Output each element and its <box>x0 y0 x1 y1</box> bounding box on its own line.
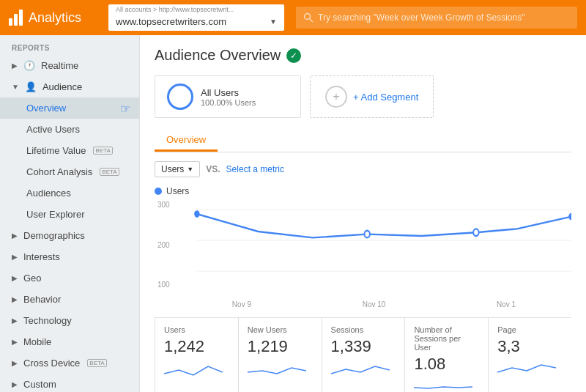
content-header: Audience Overview ✓ <box>155 47 571 64</box>
expand-icon: ▶ <box>12 274 18 282</box>
metric-users: Users 1,242 <box>155 317 239 392</box>
sidebar-item-overview[interactable]: Overview ☞ <box>0 97 139 119</box>
sessions-sparkline <box>331 359 390 381</box>
verified-icon: ✓ <box>286 48 301 63</box>
metric-pages-label: Page <box>497 325 563 334</box>
sidebar-item-label: Overview <box>26 103 66 114</box>
legend-label: Users <box>166 186 189 196</box>
sidebar-item-audiences[interactable]: Audiences <box>0 182 139 204</box>
content-area: Audience Overview ✓ All Users 100.00% Us… <box>140 35 586 392</box>
legend-dot <box>155 188 162 195</box>
chart-container: 300 200 100 <box>155 201 571 289</box>
beta-badge: BETA <box>93 147 112 155</box>
logo-bar-1 <box>9 18 12 26</box>
sidebar-item-label: Behavior <box>23 294 61 305</box>
metric-pages-value: 3,3 <box>497 337 563 356</box>
sidebar-item-label: Custom <box>23 379 56 390</box>
expand-icon: ▶ <box>12 232 18 240</box>
sidebar-item-label: Demographics <box>23 230 85 241</box>
metric-sessions: Sessions 1,339 <box>322 317 406 392</box>
tab-overview[interactable]: Overview <box>155 130 218 152</box>
page-title: Audience Overview <box>155 47 281 64</box>
sidebar-item-label: Cross Device <box>23 358 80 369</box>
expand-icon: ▶ <box>12 295 18 303</box>
beta-badge: BETA <box>87 359 106 367</box>
search-icon <box>303 12 314 23</box>
sidebar-item-audience[interactable]: ▼ 👤 Audience <box>0 76 139 97</box>
sidebar-item-active-users[interactable]: Active Users <box>0 119 139 140</box>
x-label-nov9: Nov 9 <box>232 300 251 308</box>
sidebar-item-mobile[interactable]: ▶ Mobile <box>0 331 139 352</box>
sidebar-item-demographics[interactable]: ▶ Demographics <box>0 225 139 246</box>
sidebar-item-lifetime-value[interactable]: Lifetime Value BETA <box>0 140 139 161</box>
svg-point-5 <box>194 210 199 218</box>
expand-icon: ▶ <box>12 338 18 346</box>
metric-sessions-per-user-label: Number of Sessions per User <box>414 325 479 352</box>
expand-icon: ▼ <box>12 83 19 91</box>
top-bar: Analytics All accounts > http://www.tops… <box>0 0 586 35</box>
svg-point-7 <box>473 229 478 236</box>
expand-icon: ▶ <box>12 62 18 70</box>
search-bar[interactable]: Try searching "Week over Week Growth of … <box>296 7 577 29</box>
expand-icon: ▶ <box>12 359 18 367</box>
sidebar-item-label: Audiences <box>26 188 71 199</box>
filter-row: Users ▼ VS. Select a metric <box>155 161 571 177</box>
sidebar-item-label: Technology <box>23 315 72 326</box>
sidebar-item-label: Geo <box>23 273 42 284</box>
sidebar-item-realtime[interactable]: ▶ 🕐 Realtime <box>0 55 139 76</box>
y-label-100: 100 <box>157 281 170 289</box>
metric-select[interactable]: Select a metric <box>226 164 284 174</box>
expand-icon: ▶ <box>12 380 18 388</box>
sidebar-item-custom[interactable]: ▶ Custom <box>0 374 139 392</box>
y-label-200: 200 <box>157 241 170 249</box>
sidebar-item-label: User Explorer <box>26 209 84 220</box>
sidebar-item-label: Realtime <box>41 60 78 71</box>
sidebar-item-user-explorer[interactable]: User Explorer <box>0 204 139 225</box>
svg-point-6 <box>364 231 369 238</box>
sidebar-item-cohort-analysis[interactable]: Cohort Analysis BETA <box>0 161 139 182</box>
vs-label: VS. <box>206 164 220 174</box>
x-axis-labels: Nov 9 Nov 10 Nov 1 <box>155 300 571 308</box>
sidebar-item-label: Cohort Analysis <box>26 166 92 177</box>
logo-bar-2 <box>14 14 18 26</box>
segment-percent: 100.00% Users <box>201 98 256 107</box>
svg-line-1 <box>310 19 314 23</box>
segment-name: All Users <box>201 87 256 98</box>
metric-new-users-value: 1,219 <box>248 337 313 356</box>
metric-new-users-label: New Users <box>248 325 313 334</box>
analytics-title: Analytics <box>29 10 81 26</box>
metric-users-value: 1,242 <box>164 337 229 356</box>
url-bar[interactable]: All accounts > http://www.topsecretwrit.… <box>108 4 284 31</box>
sidebar-item-label: Lifetime Value <box>26 145 86 156</box>
sidebar-item-interests[interactable]: ▶ Interests <box>0 246 139 267</box>
metric-new-users: New Users 1,219 <box>239 317 322 392</box>
svg-point-0 <box>305 14 311 20</box>
metric-users-label: Users <box>164 325 229 334</box>
metrics-row-1: Users 1,242 New Users 1,219 Sessions 1,3… <box>155 317 571 392</box>
logo-icon <box>9 10 23 26</box>
chevron-down-icon: ▼ <box>187 166 193 173</box>
x-label-nov11: Nov 1 <box>497 300 516 308</box>
add-segment-button[interactable]: + + Add Segment <box>310 75 434 118</box>
sidebar: REPORTS ▶ 🕐 Realtime ▼ 👤 Audience Overvi… <box>0 35 140 392</box>
url-dropdown-icon[interactable]: ▼ <box>270 18 277 26</box>
sidebar-item-label: Audience <box>42 81 82 92</box>
y-axis-labels: 300 200 100 <box>155 201 173 289</box>
breadcrumb: All accounts > http://www.topsecretwrit.… <box>116 6 234 13</box>
metric-sessions-per-user: Number of Sessions per User 1.08 <box>405 317 489 392</box>
clock-icon: 🕐 <box>23 60 35 71</box>
add-segment-label: + Add Segment <box>353 92 418 103</box>
sidebar-item-behavior[interactable]: ▶ Behavior <box>0 289 139 310</box>
sidebar-item-cross-device[interactable]: ▶ Cross Device BETA <box>0 352 139 374</box>
y-label-300: 300 <box>157 201 170 209</box>
dimension-select[interactable]: Users ▼ <box>155 161 200 177</box>
reports-label: REPORTS <box>0 35 139 55</box>
segment-info: All Users 100.00% Users <box>201 87 256 107</box>
pages-sparkline <box>497 359 556 381</box>
line-chart <box>155 201 571 289</box>
person-icon: 👤 <box>25 81 37 92</box>
segment-card-all-users[interactable]: All Users 100.00% Users <box>155 75 301 118</box>
beta-badge: BETA <box>100 168 119 176</box>
sidebar-item-technology[interactable]: ▶ Technology <box>0 310 139 331</box>
sidebar-item-geo[interactable]: ▶ Geo <box>0 267 139 289</box>
